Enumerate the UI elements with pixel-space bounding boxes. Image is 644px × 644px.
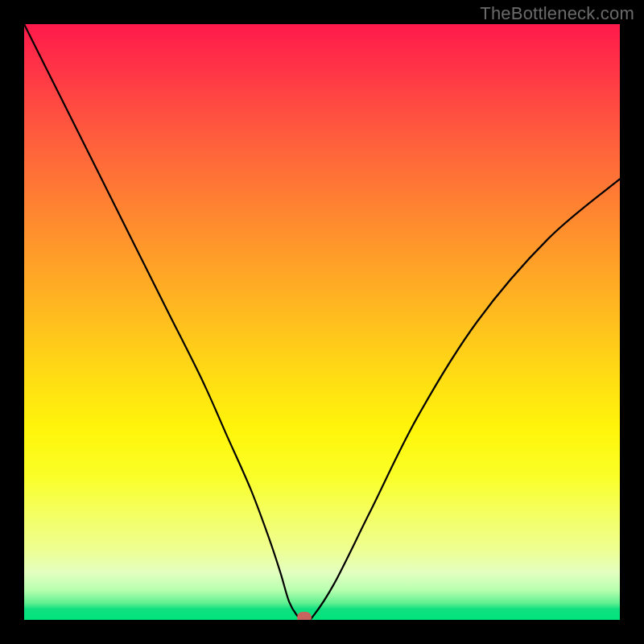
watermark-text: TheBottleneck.com (480, 3, 634, 24)
optimum-marker (297, 612, 312, 620)
plot-area (24, 24, 620, 620)
chart-frame: TheBottleneck.com (0, 0, 644, 644)
gradient-background (24, 24, 620, 620)
